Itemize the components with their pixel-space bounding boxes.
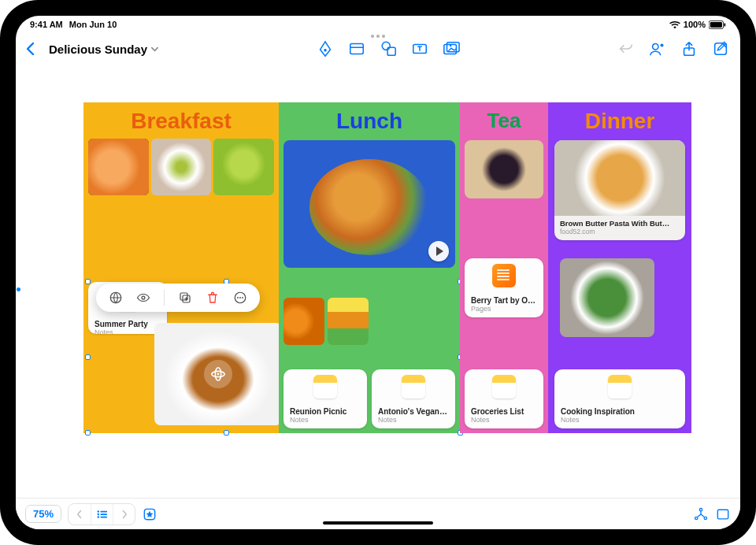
card-vegan-tacos[interactable]: Antonio's Vegan Tacos Notes: [372, 369, 455, 428]
card-title: Summer Party: [94, 320, 161, 328]
shapes-button[interactable]: [380, 40, 397, 57]
svg-point-13: [660, 43, 663, 46]
selection-handle[interactable]: [85, 354, 91, 360]
image-olives[interactable]: [151, 139, 212, 195]
sticky-note-button[interactable]: [348, 40, 365, 57]
status-date: Mon Jun 10: [69, 20, 117, 29]
card-sub: Notes: [94, 328, 161, 334]
svg-point-3: [324, 49, 327, 52]
graph-view-button[interactable]: [693, 506, 709, 522]
image-melon[interactable]: [88, 139, 149, 195]
column-tea: Tea Berry Tart by Olivia Pages Groceries…: [460, 102, 548, 433]
prev-scene-button[interactable]: [69, 504, 91, 525]
status-bar: 9:41 AM Mon Jun 10 100%: [16, 16, 740, 32]
svg-rect-1: [710, 22, 722, 28]
image-pancakes[interactable]: [154, 323, 282, 425]
image-berry-tart[interactable]: [465, 140, 543, 198]
column-lunch: Lunch Reunion Picnic Notes: [279, 102, 460, 433]
delete-button[interactable]: [206, 291, 220, 305]
card-sub: Notes: [561, 416, 679, 424]
minimap-button[interactable]: [715, 506, 731, 522]
document-title-text: Delicious Sunday: [49, 43, 147, 56]
card-berry-tart[interactable]: Berry Tart by Olivia Pages: [465, 258, 543, 317]
svg-rect-28: [100, 510, 107, 512]
card-sub: Notes: [471, 416, 537, 424]
notes-app-icon: [402, 375, 425, 399]
notes-app-icon: [313, 375, 337, 399]
svg-point-18: [217, 373, 220, 376]
column-breakfast: Breakfast Summer Party Notes: [83, 102, 279, 433]
share-button[interactable]: [680, 40, 698, 57]
card-sub: Notes: [290, 416, 361, 424]
next-scene-button[interactable]: [113, 504, 135, 525]
image-grapes[interactable]: [213, 139, 274, 195]
image-salad[interactable]: [560, 258, 654, 337]
status-time: 9:41 AM: [30, 20, 63, 29]
card-title: Berry Tart by Olivia: [471, 296, 537, 305]
card-sub: Pages: [471, 305, 537, 313]
link-card-pasta[interactable]: Brown Butter Pasta With But… food52.com: [554, 140, 685, 240]
new-board-button[interactable]: [712, 40, 729, 57]
bottom-toolbar: 75%: [16, 498, 740, 529]
svg-point-29: [97, 513, 98, 514]
heading-dinner: Dinner: [548, 102, 691, 139]
svg-rect-32: [100, 516, 107, 517]
svg-rect-2: [724, 23, 725, 26]
card-cooking-inspiration[interactable]: Cooking Inspiration Notes: [554, 369, 685, 428]
image-pasta: [554, 140, 685, 216]
pages-app-icon: [492, 264, 516, 287]
svg-point-36: [704, 517, 706, 519]
link-button[interactable]: [109, 291, 123, 305]
preview-button[interactable]: [136, 291, 150, 305]
card-title: Groceries List: [471, 407, 537, 416]
card-reunion-picnic[interactable]: Reunion Picnic Notes: [284, 369, 367, 428]
heading-lunch: Lunch: [279, 102, 460, 139]
link-source: food52.com: [560, 228, 680, 235]
svg-point-12: [653, 44, 658, 50]
media-button[interactable]: [443, 40, 460, 57]
document-title[interactable]: Delicious Sunday: [49, 43, 159, 56]
divider: [164, 290, 165, 306]
scene-list-button[interactable]: [91, 504, 113, 525]
collaborate-button[interactable]: [649, 40, 666, 57]
notes-app-icon: [492, 375, 516, 399]
svg-rect-30: [100, 513, 107, 515]
image-oranges[interactable]: [284, 298, 324, 345]
card-sub: Notes: [378, 416, 449, 424]
svg-point-25: [239, 297, 241, 298]
board-canvas[interactable]: Breakfast Summer Party Notes: [83, 102, 691, 433]
play-icon[interactable]: [428, 241, 449, 261]
image-drinks[interactable]: [328, 298, 369, 345]
svg-point-34: [699, 508, 702, 510]
battery-icon: [709, 20, 726, 29]
notes-app-icon: [608, 375, 632, 399]
edge-selection-dot: [17, 287, 20, 291]
card-groceries[interactable]: Groceries List Notes: [465, 369, 543, 428]
zoom-level[interactable]: 75%: [25, 505, 61, 523]
draw-tool-button[interactable]: [317, 40, 334, 57]
heading-tea: Tea: [460, 102, 548, 138]
selection-handle[interactable]: [85, 430, 91, 436]
back-button[interactable]: [27, 43, 35, 55]
duplicate-button[interactable]: [178, 291, 192, 305]
svg-point-31: [97, 516, 98, 517]
scene-navigator: [68, 503, 135, 525]
freeform-icon: [204, 360, 232, 388]
selection-handle[interactable]: [85, 279, 91, 284]
video-lunch-plate[interactable]: [284, 140, 455, 268]
svg-point-35: [695, 517, 698, 519]
column-dinner: Dinner Brown Butter Pasta With But… food…: [548, 102, 691, 433]
link-title: Brown Butter Pasta With But…: [560, 219, 680, 228]
svg-point-27: [97, 510, 98, 512]
more-button[interactable]: [233, 291, 247, 305]
chevron-down-icon: [150, 45, 159, 54]
card-title: Cooking Inspiration: [561, 407, 679, 416]
svg-rect-4: [350, 44, 364, 54]
home-indicator[interactable]: [323, 521, 433, 525]
selection-handle[interactable]: [224, 430, 229, 436]
textbox-button[interactable]: [411, 40, 428, 57]
scenes-button[interactable]: [142, 506, 158, 522]
multitask-dots[interactable]: [371, 35, 385, 38]
svg-point-7: [382, 42, 390, 50]
undo-button[interactable]: [617, 40, 635, 57]
